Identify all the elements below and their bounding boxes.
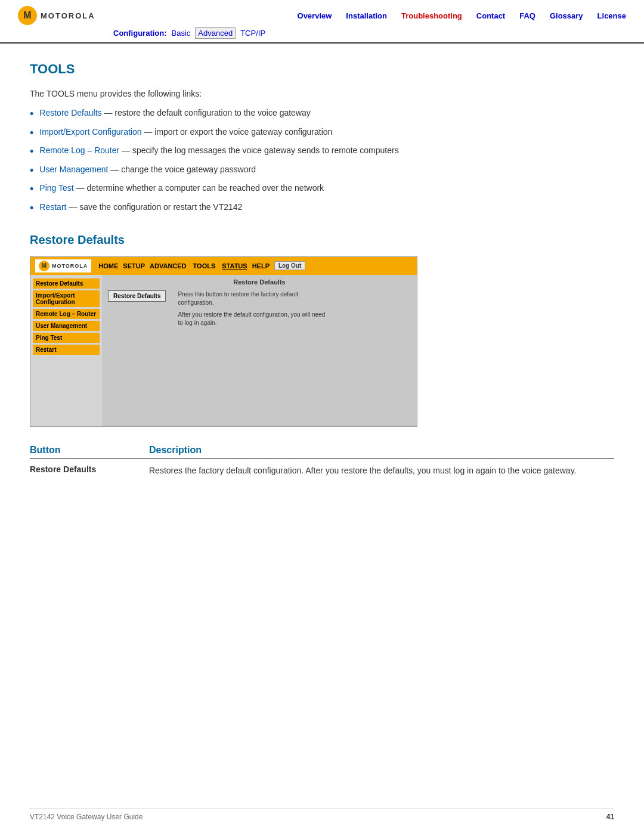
bullet-icon: • — [30, 145, 33, 159]
nav-contact[interactable]: Contact — [476, 11, 505, 20]
sub-nav: Configuration: Basic Advanced TCP/IP — [18, 27, 626, 42]
nav-overview[interactable]: Overview — [298, 11, 332, 20]
list-desc-3: — change the voice gateway password — [108, 165, 255, 174]
section-title-restore: Restore Defaults — [30, 233, 614, 247]
iface-restore-defaults-button[interactable]: Restore Defaults — [108, 290, 166, 302]
list-desc-0: — restore the default configuration to t… — [102, 108, 311, 117]
iface-sidebar-restart[interactable]: Restart — [33, 345, 100, 355]
iface-text-line3: After you restore the default configurat… — [178, 311, 325, 319]
motorola-logo-icon: M — [18, 6, 37, 25]
iface-main: Restore Defaults Restore Defaults Press … — [102, 275, 417, 426]
iface-logo: M MOTOROLA — [35, 259, 91, 272]
top-nav: Overview Installation Troubleshooting Co… — [113, 11, 626, 20]
footer-left: VT2142 Voice Gateway User Guide — [30, 813, 143, 821]
iface-main-description: Press this button to restore the factory… — [178, 290, 325, 327]
desc-col-header: Description — [149, 445, 202, 456]
sub-nav-tcpip[interactable]: TCP/IP — [240, 29, 265, 38]
sub-nav-advanced[interactable]: Advanced — [195, 27, 236, 39]
iface-logout-button[interactable]: Log Out — [274, 261, 305, 270]
bullet-icon: • — [30, 165, 33, 178]
iface-nav-home[interactable]: HOME — [98, 262, 118, 270]
iface-sidebar-usermgmt[interactable]: User Management — [33, 321, 100, 331]
iface-main-content: Restore Defaults Press this button to re… — [108, 290, 411, 327]
list-item: • Restart — save the configuration or re… — [30, 202, 614, 215]
btn-desc-header: Button Description — [30, 445, 614, 459]
logo-area: M MOTOROLA — [18, 6, 113, 25]
motorola-logo-text: MOTOROLA — [41, 11, 95, 20]
iface-sidebar-pingtest[interactable]: Ping Test — [33, 333, 100, 343]
nav-license[interactable]: License — [597, 11, 626, 20]
motorola-logo: M MOTOROLA — [18, 6, 95, 25]
sub-nav-basic[interactable]: Basic — [172, 29, 191, 38]
tools-list: • Restore Defaults — restore the default… — [30, 108, 614, 215]
link-remote-log[interactable]: Remote Log – Router — [39, 145, 119, 155]
iface-text-line1: Press this button to restore the factory… — [178, 290, 325, 299]
link-restore-defaults[interactable]: Restore Defaults — [39, 108, 101, 117]
page-footer: VT2142 Voice Gateway User Guide 41 — [30, 809, 614, 821]
list-item: • Import/Export Configuration — import o… — [30, 127, 614, 140]
table-button-cell: Restore Defaults — [30, 465, 149, 477]
btn-col-header: Button — [30, 445, 149, 456]
link-import-export[interactable]: Import/Export Configuration — [39, 127, 141, 137]
table-desc-cell: Restores the factory default configurati… — [149, 465, 614, 477]
iface-nav: HOME SETUP ADVANCED TOOLS STATUS HELP Lo… — [98, 261, 305, 270]
iface-body: Restore Defaults Import/Export Configura… — [30, 275, 417, 426]
bullet-icon: • — [30, 127, 33, 140]
list-desc-5: — save the configuration or restart the … — [66, 202, 242, 212]
list-desc-1: — import or export the voice gateway con… — [142, 127, 333, 137]
nav-troubleshooting[interactable]: Troubleshooting — [401, 11, 462, 20]
iface-nav-advanced[interactable]: ADVANCED — [150, 262, 187, 270]
iface-sidebar-importexport[interactable]: Import/Export Configuration — [33, 290, 100, 307]
bullet-icon: • — [30, 202, 33, 215]
link-user-mgmt[interactable]: User Management — [39, 165, 108, 174]
list-desc-2: — specify the log messages the voice gat… — [119, 145, 398, 155]
iface-logo-circle: M — [39, 261, 49, 271]
nav-glossary[interactable]: Glossary — [550, 11, 583, 20]
intro-text: The TOOLS menu provides the following li… — [30, 89, 614, 98]
link-ping-test[interactable]: Ping Test — [39, 183, 73, 193]
iface-logo-text: MOTOROLA — [52, 263, 88, 269]
bullet-icon: • — [30, 183, 33, 196]
list-item: • User Management — change the voice gat… — [30, 165, 614, 178]
list-desc-4: — determine whether a computer can be re… — [74, 183, 324, 193]
list-item: • Restore Defaults — restore the default… — [30, 108, 614, 121]
iface-sidebar: Restore Defaults Import/Export Configura… — [30, 275, 102, 426]
link-restart[interactable]: Restart — [39, 202, 66, 212]
main-content: TOOLS The TOOLS menu provides the follow… — [0, 44, 644, 504]
list-item: • Ping Test — determine whether a comput… — [30, 183, 614, 196]
iface-nav-tools[interactable]: TOOLS — [191, 262, 218, 270]
page-header: M MOTOROLA Overview Installation Trouble… — [0, 0, 644, 44]
list-item: • Remote Log – Router — specify the log … — [30, 145, 614, 159]
nav-faq[interactable]: FAQ — [519, 11, 535, 20]
btn-desc-table: Button Description Restore Defaults Rest… — [30, 445, 614, 477]
iface-sidebar-remotelog[interactable]: Remote Log – Router — [33, 309, 100, 319]
iface-topbar: M MOTOROLA HOME SETUP ADVANCED TOOLS STA… — [30, 257, 417, 275]
iface-nav-setup[interactable]: SETUP — [123, 262, 145, 270]
iface-nav-help[interactable]: HELP — [252, 262, 270, 270]
bullet-icon: • — [30, 108, 33, 121]
interface-screenshot: M MOTOROLA HOME SETUP ADVANCED TOOLS STA… — [30, 256, 417, 427]
page-title: TOOLS — [30, 61, 614, 77]
sub-nav-label: Configuration: — [113, 29, 167, 38]
footer-page: 41 — [606, 813, 614, 821]
iface-text-line4: to log in again. — [178, 319, 325, 327]
nav-installation[interactable]: Installation — [346, 11, 387, 20]
iface-sidebar-restore[interactable]: Restore Defaults — [33, 278, 100, 289]
table-row: Restore Defaults Restores the factory de… — [30, 465, 614, 477]
iface-text-line2: configuration. — [178, 299, 325, 307]
iface-spacer — [108, 327, 411, 423]
iface-main-title: Restore Defaults — [108, 278, 411, 286]
iface-nav-status[interactable]: STATUS — [222, 262, 247, 270]
